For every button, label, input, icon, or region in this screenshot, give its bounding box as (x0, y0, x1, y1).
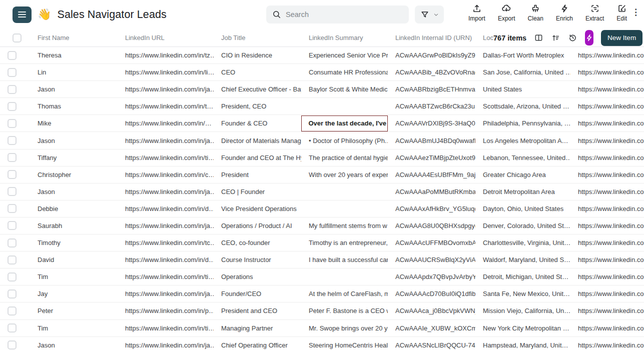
cell-first-name[interactable]: Jason (30, 132, 118, 148)
row-checkbox[interactable] (8, 306, 17, 316)
cell-profile-link[interactable]: https://www.linkedin.com/s (570, 64, 644, 80)
cell-urn[interactable]: ACwAAAVrDXIBj9S-3HaQ0Y… (388, 115, 475, 132)
cell-job-title[interactable]: President (214, 166, 301, 183)
row-checkbox[interactable] (8, 221, 17, 230)
cell-location[interactable]: United States (475, 81, 570, 98)
row-checkbox[interactable] (8, 324, 17, 332)
cell-location[interactable]: San Jose, California, United … (475, 64, 570, 80)
cell-location[interactable]: Lebanon, Tennessee, United… (475, 150, 570, 166)
row-checkbox[interactable] (8, 340, 17, 350)
cell-linkedin-url[interactable]: https://www.linkedin.com/in/t… (118, 98, 214, 114)
cell-urn[interactable]: ACwAAABTZwcB6rCka23u… (388, 98, 475, 114)
cell-linkedin-url[interactable]: https://www.linkedin.com/in/ja… (118, 218, 214, 234)
cell-job-title[interactable]: Operations (214, 268, 301, 285)
cell-urn[interactable]: ACwAABRbzigBcETHnmva… (388, 81, 475, 98)
cell-job-title[interactable]: Chief Operating Officer (214, 337, 301, 350)
cell-linkedin-url[interactable]: https://www.linkedin.com/in/ti… (118, 320, 214, 336)
cell-first-name[interactable]: Tim (30, 320, 118, 336)
cell-linkedin-summary[interactable]: Peter F. Bastone is a CEO w… (301, 302, 388, 319)
cell-profile-link[interactable]: https://www.linkedin.com/s (570, 286, 644, 302)
cell-urn[interactable]: ACwAAABib_4BZvOVoRnac… (388, 64, 475, 80)
cell-job-title[interactable]: Course Instructor (214, 252, 301, 268)
search-input[interactable] (286, 10, 403, 18)
cell-first-name[interactable]: Jason (30, 337, 118, 350)
import-button[interactable]: Import (468, 4, 485, 22)
cell-job-title[interactable]: CEO, co-founder (214, 234, 301, 251)
cell-linkedin-summary[interactable]: • Doctor of Philosophy (Ph.… (301, 132, 388, 148)
cell-first-name[interactable]: Timothy (30, 234, 118, 251)
row-checkbox[interactable] (8, 102, 17, 111)
cell-first-name[interactable]: Jay (30, 286, 118, 302)
cell-urn[interactable]: ACwAAAxAfHkBrv_YG5luqd… (388, 200, 475, 217)
cell-job-title[interactable]: Founder and CEO at The Hy… (214, 150, 301, 166)
cell-job-title[interactable]: Managing Partner (214, 320, 301, 336)
cell-linkedin-url[interactable]: https://www.linkedin.com/in/d… (118, 200, 214, 217)
cell-location[interactable]: Hampstead, Maryland, Unit… (475, 337, 570, 350)
cell-urn[interactable]: ACwAAAAcD70BuI0iQ1dfib… (388, 286, 475, 302)
cell-location[interactable]: Denver, Colorado, United St… (475, 218, 570, 234)
cell-urn[interactable]: ACwAAAUCRSwBlqX2yViAa… (388, 252, 475, 268)
cell-location[interactable]: Los Angeles Metropolitan A… (475, 132, 570, 148)
cell-linkedin-url[interactable]: https://www.linkedin.com/in/d… (118, 252, 214, 268)
row-checkbox[interactable] (8, 51, 17, 60)
cell-first-name[interactable]: Peter (30, 302, 118, 319)
cell-profile-link[interactable]: https://www.linkedin.com/s (570, 150, 644, 166)
cell-linkedin-summary[interactable]: Mr. Swope brings over 20 ye… (301, 320, 388, 336)
cell-first-name[interactable]: Tiffany (30, 150, 118, 166)
cell-job-title[interactable]: Founder/CEO (214, 286, 301, 302)
cell-linkedin-summary[interactable]: Baylor Scott & White Medic… (301, 81, 388, 98)
search-box[interactable] (266, 6, 409, 24)
sort-button[interactable] (551, 32, 560, 44)
cell-first-name[interactable]: Saurabh (30, 218, 118, 234)
cell-linkedin-summary[interactable]: Steering HomeCentris Healt… (301, 337, 388, 350)
cell-profile-link[interactable]: https://www.linkedin.com/s (570, 81, 644, 98)
cell-urn[interactable]: ACwAAAA4EsUBfFMm_9aj… (388, 166, 475, 183)
cell-linkedin-summary[interactable]: The practice of dental hygie… (301, 150, 388, 166)
cell-linkedin-summary[interactable]: With over 20 years of experi… (301, 166, 388, 183)
header-job-title[interactable]: Job Title (214, 34, 301, 42)
cell-urn[interactable]: ACwAAApdx7QBvpJvArbyY… (388, 268, 475, 285)
cell-linkedin-url[interactable]: https://www.linkedin.com/in/ti… (118, 268, 214, 285)
clean-button[interactable]: Clean (528, 4, 543, 22)
cell-linkedin-url[interactable]: https://www.linkedin.com/in/ja… (118, 337, 214, 350)
cell-location[interactable]: Greater Chicago Area (475, 166, 570, 183)
cell-location[interactable]: Philadelphia, Pennsylvania, … (475, 115, 570, 132)
row-checkbox[interactable] (8, 153, 17, 162)
cell-location[interactable]: Santa Fe, New Mexico, Unit… (475, 286, 570, 302)
cell-job-title[interactable]: President, CEO (214, 98, 301, 114)
cell-urn[interactable]: ACwAAAaPoMMButRKmba… (388, 184, 475, 200)
row-checkbox[interactable] (8, 119, 17, 128)
more-options-button[interactable]: ⋮ (631, 8, 640, 16)
filter-button[interactable] (415, 6, 444, 24)
cell-profile-link[interactable]: https://www.linkedin.com/s (570, 98, 644, 114)
row-checkbox[interactable] (8, 238, 17, 248)
cell-location[interactable]: Detroit, Michigan, United St… (475, 268, 570, 285)
cell-urn[interactable]: ACwAAAG8U0QBHXsdpgyd… (388, 218, 475, 234)
cell-profile-link[interactable]: https://www.linkedin.com/s (570, 252, 644, 268)
cell-linkedin-url[interactable]: https://www.linkedin.com/in/… (118, 115, 214, 132)
cell-profile-link[interactable]: https://www.linkedin.com/s (570, 218, 644, 234)
cell-linkedin-summary[interactable] (301, 200, 388, 217)
header-linkedin-url[interactable]: LinkedIn URL (118, 34, 214, 42)
cell-linkedin-url[interactable]: https://www.linkedin.com/in/li… (118, 64, 214, 80)
cell-profile-link[interactable]: https://www.linkedin.com/s (570, 337, 644, 350)
cell-linkedin-url[interactable]: https://www.linkedin.com/in/ja… (118, 132, 214, 148)
cell-profile-link[interactable]: https://www.linkedin.com/s (570, 268, 644, 285)
cell-linkedin-summary[interactable] (301, 98, 388, 114)
cell-profile-link[interactable]: https://www.linkedin.com/s (570, 320, 644, 336)
cell-linkedin-summary[interactable]: Timothy is an entrepreneur, … (301, 234, 388, 251)
select-all-checkbox[interactable] (13, 34, 22, 42)
cell-location[interactable]: Waldorf, Maryland, United S… (475, 252, 570, 268)
cell-urn[interactable]: ACwAAAIe_XUBW_kOXCm9… (388, 320, 475, 336)
cell-linkedin-url[interactable]: https://www.linkedin.com/in/ja… (118, 286, 214, 302)
cell-job-title[interactable]: Director of Materials Manag… (214, 132, 301, 148)
row-checkbox[interactable] (8, 256, 17, 264)
row-checkbox[interactable] (8, 272, 17, 282)
cell-job-title[interactable]: President and CEO (214, 302, 301, 319)
row-checkbox[interactable] (8, 187, 17, 196)
cell-job-title[interactable]: Operations / Product / AI (214, 218, 301, 234)
row-checkbox[interactable] (8, 170, 17, 179)
cell-location[interactable]: New York City Metropolitan … (475, 320, 570, 336)
cell-linkedin-url[interactable]: https://www.linkedin.com/in/ja… (118, 184, 214, 200)
cell-profile-link[interactable]: https://www.linkedin.com/s (570, 302, 644, 319)
